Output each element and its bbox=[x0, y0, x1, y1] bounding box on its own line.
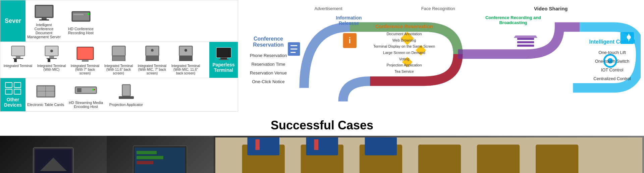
face-recognition-label: Face Recognition bbox=[421, 6, 455, 11]
other-item-1: HD Streaming Media Encoding Host bbox=[67, 81, 104, 109]
terminal-item-4: Integrated Terminal (With MIC, 7" back s… bbox=[136, 45, 168, 75]
conf-res2-title: Conference Reservation bbox=[369, 23, 439, 29]
top-section: Sever Intelligent Conference Docu bbox=[0, 0, 644, 112]
svg-point-50 bbox=[94, 89, 96, 90]
device-item-hdcrh: HD Conference Recording Host bbox=[64, 7, 98, 35]
one-touch-lift: One-touch Lift bbox=[584, 48, 641, 57]
other-item-2: Projection Applicator bbox=[108, 83, 145, 107]
terminal-item-2: Integrated Terminal (With 7" back screen… bbox=[69, 45, 101, 75]
terminals-row: Integrated Terminal bbox=[0, 42, 238, 78]
svg-rect-1 bbox=[36, 6, 52, 17]
other-devices-label: Other Devices bbox=[2, 97, 24, 108]
bottom-images bbox=[0, 136, 644, 173]
svg-rect-28 bbox=[146, 56, 159, 61]
svg-rect-21 bbox=[82, 60, 89, 62]
recording-title: Conference Recording and Broadcasting bbox=[483, 15, 543, 25]
svg-marker-66 bbox=[514, 36, 538, 38]
svg-rect-90 bbox=[255, 139, 260, 150]
conf-res-title: Conference Reservation bbox=[241, 36, 295, 48]
terminal-label-4: Integrated Terminal (With MIC, 7" back s… bbox=[136, 64, 168, 75]
svg-rect-39 bbox=[14, 82, 21, 88]
svg-rect-20 bbox=[77, 48, 93, 59]
svg-point-29 bbox=[151, 49, 154, 52]
svg-rect-48 bbox=[77, 88, 82, 92]
web-browse: Web Browsing bbox=[369, 37, 439, 44]
svg-rect-9 bbox=[12, 47, 24, 55]
svg-rect-84 bbox=[418, 145, 461, 173]
svg-rect-15 bbox=[49, 56, 54, 58]
other-row: Other Devices Electronic Table Car bbox=[0, 78, 238, 111]
bottom-image-2 bbox=[107, 136, 213, 173]
svg-point-49 bbox=[92, 89, 94, 90]
paperless-terminal-box: Paperless Terminal bbox=[209, 42, 238, 78]
other-item-0: Electronic Table Cards bbox=[27, 83, 64, 107]
svg-rect-25 bbox=[113, 56, 125, 61]
phone-res: Phone Reservation bbox=[241, 51, 295, 60]
one-touch-switch: One-touch Switch bbox=[584, 57, 641, 66]
svg-rect-85 bbox=[477, 145, 520, 173]
svg-rect-10 bbox=[16, 56, 20, 58]
intel-items: One-touch Lift One-touch Switch IOT Cont… bbox=[584, 48, 641, 83]
terminal-icon-0 bbox=[6, 45, 30, 63]
centralized-control: Centralized Control bbox=[584, 74, 641, 83]
svg-rect-65 bbox=[517, 45, 534, 47]
svg-rect-41 bbox=[14, 89, 21, 94]
iot-control: IOT Control bbox=[584, 66, 641, 74]
icdms-label: Intelligent Conference Document Manageme… bbox=[27, 23, 61, 39]
doc-ann: Document Annotation bbox=[369, 31, 439, 37]
server-row: Sever Intelligent Conference Docu bbox=[0, 0, 238, 42]
success-section: Successful Cases bbox=[0, 112, 644, 136]
bottom-image-3 bbox=[214, 136, 644, 173]
svg-point-18 bbox=[50, 50, 53, 52]
svg-rect-23 bbox=[113, 47, 125, 55]
other-label: Other Devices bbox=[0, 78, 25, 111]
terminals-items: Integrated Terminal bbox=[0, 42, 209, 78]
other-icon-0 bbox=[34, 83, 57, 101]
svg-rect-38 bbox=[5, 82, 12, 88]
terminal-label-0: Integrated Terminal bbox=[4, 64, 32, 68]
svg-rect-88 bbox=[306, 137, 338, 155]
voting: Voting bbox=[369, 56, 439, 62]
intel-title: Intelligent Control bbox=[584, 39, 641, 45]
svg-rect-40 bbox=[5, 89, 12, 94]
svg-rect-64 bbox=[517, 41, 534, 43]
svg-rect-91 bbox=[314, 139, 318, 150]
main-container: Sever Intelligent Conference Docu bbox=[0, 0, 644, 173]
terminal-item-1: Integrated Terminal (With MIC) bbox=[36, 45, 67, 71]
other-items: Electronic Table Cards H bbox=[25, 78, 238, 111]
svg-rect-17 bbox=[48, 59, 50, 62]
conf-res2-items: Document Annotation Web Browsing Termina… bbox=[369, 31, 439, 75]
hdcrh-label: HD Conference Recording Host bbox=[64, 27, 98, 35]
res-time: Reservation Time bbox=[241, 60, 295, 69]
terminal-icon-5 bbox=[174, 45, 198, 63]
info-rel-title: Information Releasse bbox=[325, 15, 372, 26]
tea-service: Tea Service bbox=[369, 68, 439, 75]
hdcrh-icon bbox=[69, 7, 93, 25]
terminal-icon-3 bbox=[107, 45, 130, 63]
svg-rect-3 bbox=[39, 19, 49, 20]
svg-rect-79 bbox=[137, 161, 153, 164]
bottom-image-1 bbox=[0, 136, 107, 173]
svg-rect-32 bbox=[179, 56, 193, 61]
one-click: One-Click Notice bbox=[241, 77, 295, 86]
terminal-icon-1 bbox=[40, 45, 63, 63]
terminal-label-3: Integrated Terminal (With 11.6" back scr… bbox=[103, 64, 135, 75]
svg-rect-53 bbox=[119, 96, 134, 99]
other-icon-1 bbox=[74, 81, 98, 99]
svg-rect-89 bbox=[365, 137, 396, 155]
server-items: Intelligent Conference Document Manageme… bbox=[25, 0, 238, 42]
terminal-item-3: Integrated Terminal (With 11.6" back scr… bbox=[103, 45, 135, 75]
svg-rect-2 bbox=[42, 18, 47, 19]
advertisement-label: Advertisement bbox=[315, 6, 342, 11]
terminal-label-2: Integrated Terminal (With 7" back screen… bbox=[69, 64, 101, 75]
conf-res-section: Conference Reservation Phone Reservation… bbox=[241, 13, 295, 108]
svg-rect-35 bbox=[217, 48, 230, 57]
svg-rect-52 bbox=[123, 85, 130, 96]
info-rel-section: Information Releasse bbox=[325, 15, 372, 26]
terminal-icon-2 bbox=[73, 45, 97, 63]
terminal-display: Terminal Display on the Same Screen bbox=[369, 43, 439, 50]
other-label-2: Projection Applicator bbox=[109, 103, 143, 107]
other-icon-2 bbox=[114, 83, 138, 101]
other-label-1: HD Streaming Media Encoding Host bbox=[67, 101, 104, 109]
svg-rect-77 bbox=[137, 151, 157, 154]
